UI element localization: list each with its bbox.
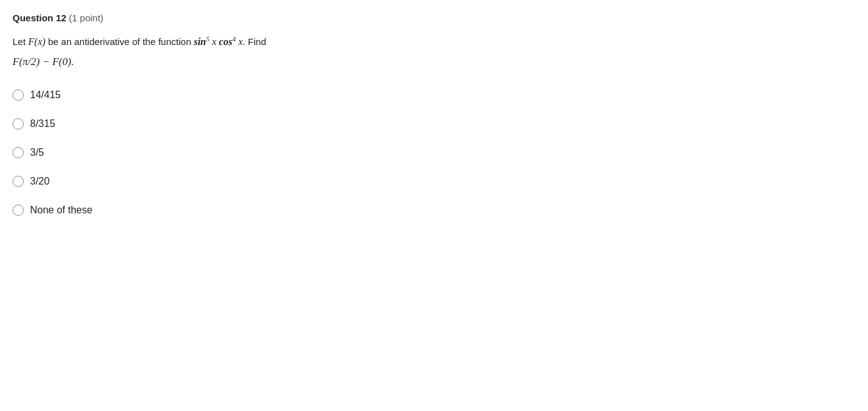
list-item: 3/5	[13, 147, 855, 158]
option-label-4: 3/20	[30, 176, 49, 187]
question-intro-line: Let F(x) be an antiderivative of the fun…	[13, 33, 855, 51]
be-text: be an antiderivative of the function	[46, 36, 194, 47]
list-item: None of these	[13, 205, 855, 216]
function-expr: sin5 x cos4 x	[194, 36, 242, 47]
radio-opt4[interactable]	[13, 176, 24, 187]
question-container: Question 12 (1 point) Let F(x) be an ant…	[13, 13, 855, 216]
find-expr: F(π/2) − F(0).	[13, 56, 74, 68]
question-number: Question 12	[13, 13, 66, 23]
list-item: 14/415	[13, 89, 855, 101]
f-of-x: F(x)	[28, 36, 46, 47]
find-text: . Find	[243, 36, 267, 47]
radio-opt3[interactable]	[13, 147, 24, 158]
list-item: 8/315	[13, 118, 855, 129]
question-header: Question 12 (1 point)	[13, 13, 855, 23]
radio-opt2[interactable]	[13, 118, 24, 129]
question-points: (1 point)	[69, 13, 103, 23]
list-item: 3/20	[13, 176, 855, 187]
option-label-5: None of these	[30, 205, 93, 216]
option-label-2: 8/315	[30, 118, 55, 129]
radio-opt5[interactable]	[13, 205, 24, 216]
option-label-1: 14/415	[30, 89, 61, 101]
options-list: 14/415 8/315 3/5 3/20 None of these	[13, 89, 855, 216]
option-label-3: 3/5	[30, 147, 44, 158]
radio-opt1[interactable]	[13, 89, 24, 101]
question-body: Let F(x) be an antiderivative of the fun…	[13, 33, 855, 71]
find-expression: F(π/2) − F(0).	[13, 53, 855, 71]
intro-text: Let	[13, 36, 28, 47]
